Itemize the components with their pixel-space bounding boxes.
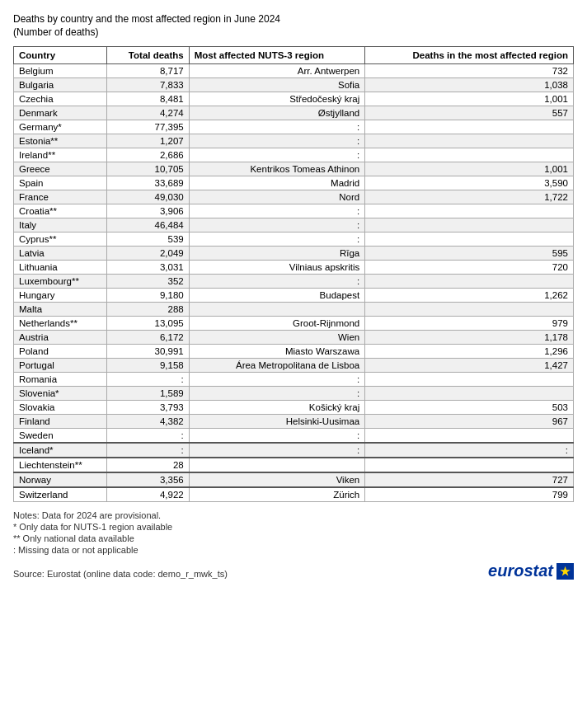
cell-region: Helsinki-Uusimaa [189, 415, 364, 429]
table-row: Germany*77,395: [14, 120, 574, 134]
cell-total: 49,030 [106, 190, 189, 204]
cell-deaths-region: 799 [365, 487, 574, 502]
cell-total: 1,207 [106, 134, 189, 148]
cell-region: Zürich [189, 487, 364, 502]
cell-total: 2,686 [106, 148, 189, 162]
table-row: Slovenia*1,589: [14, 387, 574, 401]
table-row: Lithuania3,031Vilniaus apskritis720 [14, 261, 574, 275]
cell-deaths-region: 1,296 [365, 345, 574, 359]
cell-total: 539 [106, 232, 189, 247]
cell-country: Iceland* [14, 443, 107, 458]
cell-deaths-region [365, 303, 574, 317]
cell-deaths-region: 967 [365, 415, 574, 429]
data-table: Country Total deaths Most affected NUTS-… [13, 46, 574, 502]
cell-region: : [189, 373, 364, 387]
cell-country: Cyprus** [14, 232, 107, 247]
note1: Notes: Data for 2024 are provisional. [13, 510, 574, 520]
cell-country: Slovenia* [14, 387, 107, 401]
table-row: Poland30,991Miasto Warszawa1,296 [14, 345, 574, 359]
table-row: Netherlands**13,095Groot-Rijnmond979 [14, 317, 574, 331]
table-row-separator: Liechtenstein**28 [14, 458, 574, 472]
cell-total: 28 [106, 458, 189, 472]
cell-deaths-region [365, 275, 574, 289]
table-row: Czechia8,481Středočeský kraj1,001 [14, 92, 574, 106]
cell-deaths-region [365, 148, 574, 162]
cell-deaths-region [365, 387, 574, 401]
cell-deaths-region: 720 [365, 261, 574, 275]
table-row: Denmark4,274Østjylland557 [14, 106, 574, 120]
cell-region: Madrid [189, 176, 364, 190]
cell-total: 30,991 [106, 345, 189, 359]
cell-region: : [189, 134, 364, 148]
cell-country: Estonia** [14, 134, 107, 148]
cell-country: France [14, 190, 107, 204]
note3: ** Only national data available [13, 533, 574, 543]
cell-region: Nord [189, 190, 364, 204]
cell-total: 288 [106, 303, 189, 317]
table-row: Spain33,689Madrid3,590 [14, 176, 574, 190]
table-row: Greece10,705Kentrikos Tomeas Athinon1,00… [14, 162, 574, 176]
table-row: Latvia2,049Rīga595 [14, 247, 574, 261]
cell-country: Ireland** [14, 148, 107, 162]
cell-deaths-region: 1,001 [365, 162, 574, 176]
cell-deaths-region [365, 134, 574, 148]
cell-deaths-region [365, 120, 574, 134]
cell-deaths-region [365, 232, 574, 247]
cell-region: Østjylland [189, 106, 364, 120]
cell-total: 77,395 [106, 120, 189, 134]
cell-deaths-region [365, 218, 574, 232]
table-row: Belgium8,717Arr. Antwerpen732 [14, 64, 574, 78]
cell-region: : [189, 232, 364, 247]
cell-total: : [106, 429, 189, 444]
table-row: Bulgaria7,833Sofia1,038 [14, 78, 574, 92]
cell-country: Luxembourg** [14, 275, 107, 289]
cell-region: Área Metropolitana de Lisboa [189, 359, 364, 373]
table-row-separator: Switzerland4,922Zürich799 [14, 487, 574, 502]
table-row: Romania:: [14, 373, 574, 387]
cell-country: Spain [14, 176, 107, 190]
cell-deaths-region: 503 [365, 401, 574, 415]
cell-region: : [189, 148, 364, 162]
cell-deaths-region: 1,722 [365, 190, 574, 204]
cell-total: 9,158 [106, 359, 189, 373]
cell-deaths-region: 595 [365, 247, 574, 261]
cell-region: Groot-Rijnmond [189, 317, 364, 331]
cell-region: Rīga [189, 247, 364, 261]
cell-deaths-region [365, 429, 574, 444]
cell-total: 7,833 [106, 78, 189, 92]
table-row: Slovakia3,793Košický kraj503 [14, 401, 574, 415]
table-row: Cyprus**539: [14, 232, 574, 247]
cell-deaths-region [365, 373, 574, 387]
page-title: Deaths by country and the most affected … [13, 13, 574, 25]
cell-region: Kentrikos Tomeas Athinon [189, 162, 364, 176]
cell-total: 46,484 [106, 218, 189, 232]
cell-region: : [189, 120, 364, 134]
cell-total: : [106, 373, 189, 387]
table-row-separator: Norway3,356Viken727 [14, 472, 574, 487]
table-row: Croatia**3,906: [14, 204, 574, 218]
cell-country: Poland [14, 345, 107, 359]
cell-country: Lithuania [14, 261, 107, 275]
cell-total: 33,689 [106, 176, 189, 190]
note2: * Only data for NUTS-1 region available [13, 522, 574, 532]
cell-total: 6,172 [106, 331, 189, 345]
table-row: Italy46,484: [14, 218, 574, 232]
cell-country: Portugal [14, 359, 107, 373]
cell-region: Košický kraj [189, 401, 364, 415]
cell-total: 1,589 [106, 387, 189, 401]
table-row: Estonia**1,207: [14, 134, 574, 148]
cell-country: Netherlands** [14, 317, 107, 331]
cell-country: Norway [14, 472, 107, 487]
eurostat-star: ★ [556, 563, 574, 580]
cell-country: Finland [14, 415, 107, 429]
cell-region: : [189, 204, 364, 218]
cell-total: 3,793 [106, 401, 189, 415]
cell-region: : [189, 275, 364, 289]
cell-country: Romania [14, 373, 107, 387]
notes-section: Notes: Data for 2024 are provisional. * … [13, 510, 574, 580]
cell-deaths-region: 3,590 [365, 176, 574, 190]
cell-region: Vilniaus apskritis [189, 261, 364, 275]
cell-country: Germany* [14, 120, 107, 134]
cell-country: Belgium [14, 64, 107, 78]
cell-region: Viken [189, 472, 364, 487]
